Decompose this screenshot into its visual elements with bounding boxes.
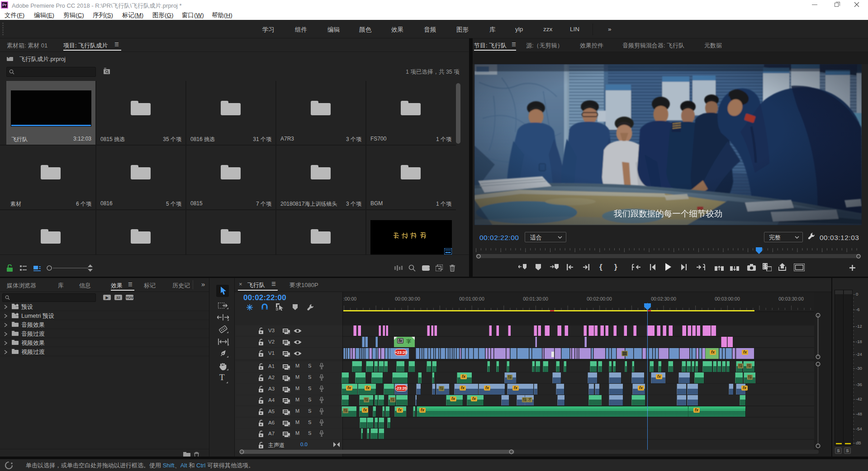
svg-text:32: 32 <box>116 296 120 300</box>
svg-text:YUV: YUV <box>126 296 133 300</box>
svg-text:我们跟数据的每一个细节较劲: 我们跟数据的每一个细节较劲 <box>614 209 723 218</box>
svg-text:▶: ▶ <box>105 296 109 300</box>
